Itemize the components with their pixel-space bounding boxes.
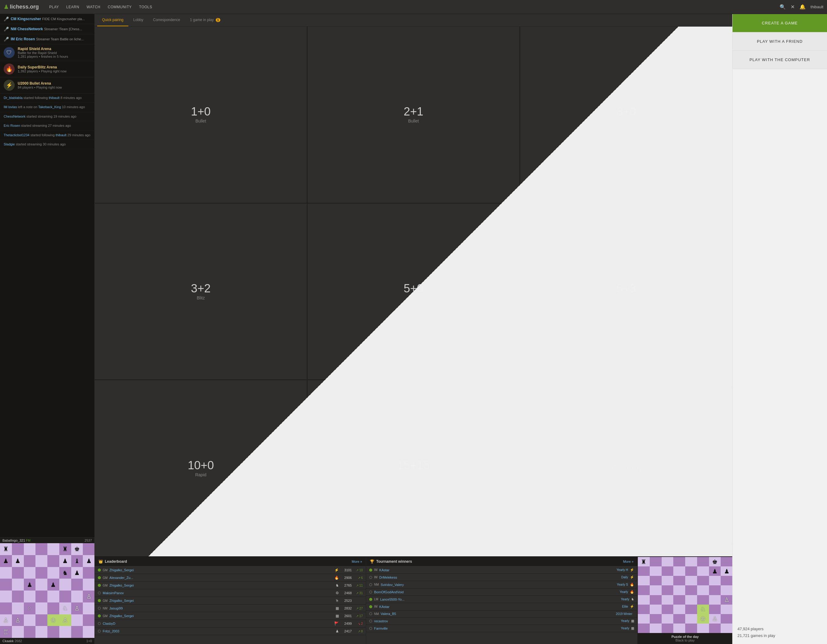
tournament-winner-row[interactable]: NM Sviridov_Valery Yearly S 🔥 — [366, 581, 637, 588]
lb-status-dot — [98, 614, 101, 617]
mini-board-square: ♜ — [0, 543, 12, 555]
mini-board-square — [59, 626, 71, 638]
mini-board-square — [12, 579, 24, 591]
leaderboard-row[interactable]: GM Zhigalko_Sergei ⚡ 3101 ↗ 10 — [95, 566, 366, 574]
mini-board-square — [71, 591, 83, 602]
leaderboard-row[interactable]: GM Alexander_Zu... 🔥 2906 ↗ 6 — [95, 574, 366, 582]
leaderboard-row[interactable]: GM Zhigalko_Sergei ▦ 2601 ↗ 17 — [95, 612, 366, 620]
tournament-icon-bolt: ⚡ — [4, 80, 15, 91]
header: ♟ lichess.org PLAY LEARN WATCH COMMUNITY… — [0, 0, 827, 14]
mini-board-square — [83, 614, 95, 626]
nav-community[interactable]: COMMUNITY — [105, 0, 135, 14]
nav-watch[interactable]: WATCH — [83, 0, 103, 14]
leaderboard-row[interactable]: GM Zhigalko_Sergei 🖱 2523 — [95, 597, 366, 605]
stream-item-1[interactable]: 🎤 CM Kingscrusher FIDE CM Kingscrusher p… — [0, 14, 94, 24]
leaderboard-row[interactable]: GM Zhigalko_Sergei ♞ 2765 ↗ 11 — [95, 582, 366, 589]
pairing-type-2: Bullet — [408, 119, 419, 123]
mini-board-square — [24, 543, 36, 555]
nav-tools[interactable]: TOOLS — [136, 0, 155, 14]
leaderboard-row[interactable]: NM Jasugi99 ▦ 2832 ↗ 27 — [95, 605, 366, 612]
tournament-item-3[interactable]: ⚡ U2000 Bullet Arena 84 players • Playin… — [0, 77, 94, 94]
logo[interactable]: ♟ lichess.org — [4, 4, 39, 10]
lb-title: GM — [103, 599, 108, 602]
tournament-winner-row[interactable]: LM Lance5500-Yo... Yearly ♞ — [366, 596, 637, 603]
leaderboard-row[interactable]: Fritzi_2003 ♟ 2417 ↗ 8 — [95, 627, 366, 635]
leaderboard-more[interactable]: More » — [352, 560, 362, 563]
stream-name-3: IM Eric Rosen — [11, 37, 35, 41]
tab-games-in-play[interactable]: 1 game in play 1 — [185, 14, 225, 26]
puzzle-title: Puzzle of the day — [641, 635, 729, 638]
play-friend-button[interactable]: PLAY WITH A FRIEND — [733, 33, 827, 51]
tournament-item-1[interactable]: 🛡 Rapid Shield Arena Battle for the Rapi… — [0, 44, 94, 61]
tournament-winner-row[interactable]: IM KAstar Elite ⚡ — [366, 603, 637, 610]
tournament-winner-row[interactable]: Farmville Yearly ▦ — [366, 625, 637, 632]
tournament-name-2: Daily SuperBlitz Arena — [18, 65, 91, 69]
puzzle-board[interactable]: ♜♚♟♟♙♘♔♙ Puzzle of the day Black to play — [638, 557, 732, 644]
mini-board-square — [24, 555, 36, 567]
mini-board-square: ♟ — [47, 579, 59, 591]
lb-game-icon: ▦ — [335, 606, 339, 610]
search-icon[interactable]: 🔍 — [780, 4, 786, 10]
pairing-3-0[interactable]: 3+0 Blitz — [520, 27, 732, 203]
pairing-5-0[interactable]: 5+0 Blitz — [307, 203, 520, 380]
puzzle-square — [650, 576, 662, 585]
puzzle-square — [721, 576, 732, 585]
mini-board-square — [83, 602, 95, 614]
main-nav: PLAY LEARN WATCH COMMUNITY TOOLS — [46, 0, 780, 14]
stream-item-2[interactable]: 🎤 NM ChessNetwork Streamer !Team [Chess.… — [0, 24, 94, 34]
mini-board-square — [36, 614, 47, 626]
tabs-bar: Quick pairing Lobby Correspondence 1 gam… — [95, 14, 732, 27]
tab-correspondence[interactable]: Correspondence — [148, 14, 185, 26]
leaderboard-row[interactable]: MaksimPanov ⚙ 2468 ↗ 31 — [95, 589, 366, 597]
tab-lobby[interactable]: Lobby — [128, 14, 148, 26]
pairing-10-0[interactable]: 10+0 Rapid — [95, 380, 307, 556]
tw-title: NM — [374, 612, 379, 616]
play-computer-button[interactable]: PLAY WITH THE COMPUTER — [733, 51, 827, 69]
puzzle-square — [685, 576, 697, 585]
lb-status-dot — [98, 576, 101, 579]
tournament-winner-row[interactable]: NM Valera_B5 2019 Winter — [366, 610, 637, 617]
pairing-type-1: Bullet — [195, 119, 206, 123]
lb-game-icon: 🔥 — [334, 575, 339, 580]
puzzle-square — [673, 576, 685, 585]
pairing-3-2[interactable]: 3+2 Blitz — [95, 203, 307, 380]
tournament-winners-title: 🏆 Tournament winners — [370, 559, 412, 564]
nav-play[interactable]: PLAY — [46, 0, 62, 14]
mini-board-square — [36, 626, 47, 638]
nav-learn[interactable]: LEARN — [63, 0, 83, 14]
lb-game-icon: ♟ — [335, 629, 339, 633]
bottom-section: 👑 Leaderboard More » GM Zhigalko_Sergei … — [95, 556, 732, 644]
notification-5: Thetacticbot1234 started following thiba… — [0, 131, 94, 140]
pairing-1-0[interactable]: 1+0 Bullet — [95, 27, 307, 203]
mini-board-square: ♞ — [59, 567, 71, 579]
tournament-winners-more[interactable]: More » — [623, 560, 634, 563]
create-game-button[interactable]: CREATE A GAME — [733, 14, 827, 33]
lb-game-icon: ⚡ — [334, 568, 339, 572]
tournament-winner-row[interactable]: recastrov Yearly ▦ — [366, 617, 637, 625]
stream-item-3[interactable]: 🎤 IM Eric Rosen Streamer Team Battle on … — [0, 34, 94, 44]
tw-tournament-name: Elite — [622, 605, 628, 608]
notifications-icon[interactable]: 🔔 — [799, 4, 806, 10]
tw-player-name: recastrov — [374, 619, 619, 623]
pairing-5-3[interactable]: 5+3 Blitz — [520, 203, 732, 380]
leaderboard-rows: GM Zhigalko_Sergei ⚡ 3101 ↗ 10 GM Alexan… — [95, 566, 366, 635]
tab-quick-pairing[interactable]: Quick pairing — [97, 14, 128, 26]
pairing-type-4: Blitz — [197, 295, 205, 300]
pairing-2-1[interactable]: 2+1 Bullet — [307, 27, 520, 203]
pairing-custom[interactable]: Custom — [520, 380, 732, 556]
user-link[interactable]: thibault — [810, 5, 823, 9]
tw-status-dot — [369, 591, 372, 594]
mini-board-square — [0, 567, 12, 579]
puzzle-square — [662, 576, 674, 585]
mini-board-canvas[interactable]: ♜♜♚♟♟♟♝♟♞♟♟♟♙♘♘♙♙♙♔♙♖ — [0, 543, 95, 638]
leaderboard-row[interactable]: ClasbyD 🚩 2499 ↘ 2 — [95, 620, 366, 627]
tournament-winner-row[interactable]: IM DrMelekess Daily ⚡ — [366, 574, 637, 581]
tournament-item-2[interactable]: 🔥 Daily SuperBlitz Arena 1,392 players •… — [0, 61, 94, 77]
pairing-15-15[interactable]: 15+15 Classical — [307, 380, 520, 556]
close-icon[interactable]: ✕ — [791, 4, 794, 10]
tournament-winner-row[interactable]: BornOfGodAndVoid Yearly 🔥 — [366, 588, 637, 596]
tournament-winner-row[interactable]: IM KAstar Yearly H ⚡ — [366, 566, 637, 574]
mini-board-square — [71, 614, 83, 626]
puzzle-square — [685, 557, 697, 566]
mini-board-square — [47, 567, 59, 579]
